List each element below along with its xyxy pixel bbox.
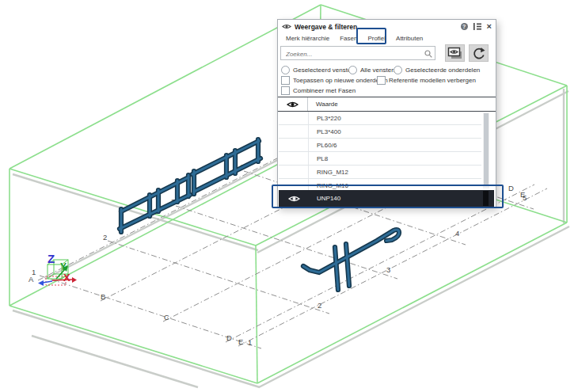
table-row[interactable]: PL8 xyxy=(279,152,481,166)
checkbox-label: Referentie modellen verbergen xyxy=(389,77,476,84)
grid-label-D-far: D xyxy=(508,184,514,192)
scrollbar-thumb[interactable] xyxy=(484,113,489,186)
grid-label-2-far: 2 xyxy=(318,301,321,310)
tab-attributen[interactable]: Attributen xyxy=(396,33,423,44)
row-value: RING_M16 xyxy=(279,182,348,189)
view-filter-panel: Weergave & filteren ? × Merk hiërarchie … xyxy=(277,19,496,207)
grid-label-4-far: 4 xyxy=(455,229,459,238)
grid-label-A: A xyxy=(29,275,34,284)
checkbox-label: Toepassen op nieuwe onderdelen xyxy=(293,77,388,84)
row-value: PL60/6 xyxy=(279,142,337,149)
refresh-icon xyxy=(472,47,485,60)
radio-selected-parts[interactable]: Geselecteerde onderdelen xyxy=(394,66,480,74)
x-axis-arrowhead xyxy=(72,277,77,283)
panel-options-icon[interactable] xyxy=(473,23,481,30)
grid-label-C: C xyxy=(164,313,169,322)
radio-icon[interactable] xyxy=(348,66,357,74)
table-row-selected[interactable]: UNP140 xyxy=(279,190,494,207)
checkbox-combine-phases[interactable]: Combineer met Fasen xyxy=(281,86,356,95)
steel-handrail[interactable] xyxy=(303,230,399,290)
panel-tabs: Merk hiërarchie Fasen Profiel Attributen xyxy=(286,33,423,44)
checkbox-icon[interactable] xyxy=(281,86,290,95)
grid-label-1-far: 1 xyxy=(248,338,252,347)
radio-icon[interactable] xyxy=(281,66,290,74)
radio-label: Geselecteerde onderdelen xyxy=(405,67,480,74)
radio-label: Geselecteerd venster xyxy=(293,67,353,74)
help-icon[interactable]: ? xyxy=(461,23,468,30)
table-row[interactable]: PL60/6 xyxy=(279,139,481,152)
grid-label-E: E xyxy=(238,337,243,346)
grid-label-D: D xyxy=(226,333,232,342)
panel-titlebar[interactable]: Weergave & filteren ? × xyxy=(278,20,496,32)
z-axis-arrow xyxy=(43,281,52,283)
visibility-toggle-button[interactable] xyxy=(445,44,465,62)
row-value: RING_M12 xyxy=(279,169,348,176)
eye-window-icon xyxy=(447,47,463,59)
scrollbar-thumb-dark[interactable] xyxy=(483,191,489,206)
radio-selected-view[interactable]: Geselecteerd venster xyxy=(281,66,353,74)
table-row[interactable]: RING_M12 xyxy=(279,166,481,179)
profile-table: Waarde PL3*220 PL3*400 PL60/6 PL8 RING_M… xyxy=(278,97,496,207)
radio-label: Alle vensters xyxy=(360,67,397,74)
checkbox-label: Combineer met Fasen xyxy=(293,87,356,94)
checkbox-hide-reference-models[interactable]: Referentie modellen verbergen xyxy=(377,76,476,85)
row-value: UNP140 xyxy=(309,195,340,202)
row-value: PL3*220 xyxy=(279,115,341,122)
steel-railing[interactable] xyxy=(120,139,260,232)
table-scrollbar[interactable] xyxy=(483,112,489,188)
row-value: PL8 xyxy=(279,155,328,162)
magnifier-icon xyxy=(424,50,432,58)
eye-filter-icon xyxy=(282,23,291,30)
search-input[interactable] xyxy=(284,48,422,59)
tab-fasen[interactable]: Fasen xyxy=(340,33,357,44)
y-axis-label: Y xyxy=(60,261,67,272)
tab-merk-hierarchie[interactable]: Merk hiërarchie xyxy=(286,33,329,44)
row-value: PL3*400 xyxy=(279,128,341,135)
z-axis-label: Z xyxy=(48,252,55,265)
grid-label-E-far: E xyxy=(520,190,525,199)
refresh-button[interactable] xyxy=(469,44,489,62)
radio-icon[interactable] xyxy=(394,66,402,74)
checkbox-icon[interactable] xyxy=(377,76,386,85)
application-window: 1 2 3 4 1 2 3 4 5 A B C D E D E xyxy=(0,0,578,392)
grid-label-2-near: 2 xyxy=(103,233,107,242)
checkbox-apply-new-parts[interactable]: Toepassen op nieuwe onderdelen xyxy=(281,76,388,85)
x-axis-label: X xyxy=(63,272,70,284)
grid-label-3-far: 3 xyxy=(386,265,390,274)
eye-icon xyxy=(287,101,299,108)
search-box xyxy=(280,46,435,60)
column-header-waarde: Waarde xyxy=(308,101,338,108)
table-header[interactable]: Waarde xyxy=(278,97,496,112)
z-axis-arrowhead xyxy=(38,280,44,286)
panel-title: Weergave & filteren xyxy=(295,23,461,31)
radio-all-views[interactable]: Alle vensters xyxy=(348,66,397,74)
tab-profiel[interactable]: Profiel xyxy=(367,33,386,44)
eye-icon xyxy=(288,195,300,203)
table-row[interactable]: PL3*220 xyxy=(279,112,481,125)
grid-label-B: B xyxy=(101,292,105,301)
close-icon[interactable]: × xyxy=(487,23,492,30)
table-row[interactable]: PL3*400 xyxy=(279,125,481,139)
checkbox-icon[interactable] xyxy=(281,76,290,85)
